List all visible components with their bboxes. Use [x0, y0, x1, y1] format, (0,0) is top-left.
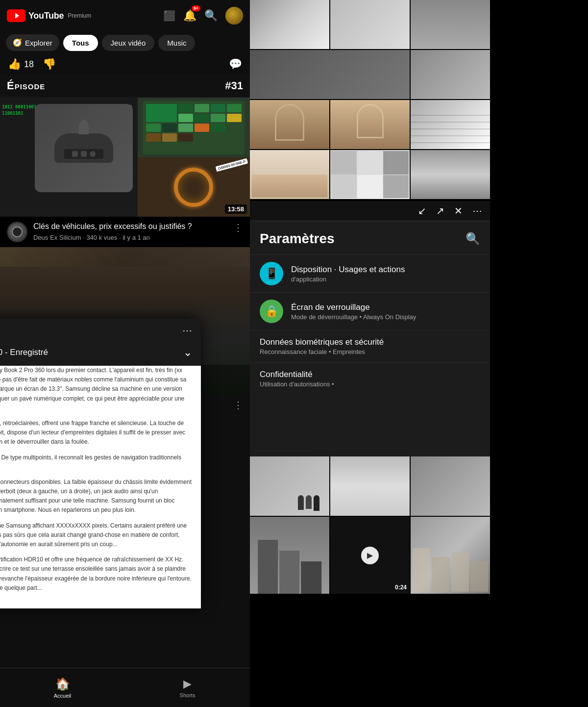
photo-cell-4[interactable]	[250, 50, 410, 99]
video-more-button-2[interactable]: ⋮	[233, 399, 243, 411]
settings-panel: Paramètres 🔍 📱 Disposition · Usages et a…	[250, 221, 490, 456]
photo-bottom-2[interactable]	[330, 456, 410, 516]
photo-cell-arch-2[interactable]	[330, 100, 410, 149]
review-dropdown-icon[interactable]: ⌄	[183, 346, 192, 359]
tab-music-label: Music	[167, 39, 186, 47]
samsung-review-panel: ↙ ↗ ✕ ⋯ Test Samsung Galaxy Book 2 Pro 3…	[0, 319, 201, 608]
photo-cell-stair[interactable]	[411, 100, 490, 149]
privacy-title: Confidentialité	[260, 370, 480, 379]
dislike-button[interactable]: 👎	[43, 58, 56, 71]
review-para-6: L'écran du Galaxy Book 2 Pro 360 bénéfic…	[0, 555, 192, 593]
settings-item-app-usage[interactable]: 📱 Disposition · Usages et actions d'appl…	[250, 254, 490, 292]
tab-music[interactable]: Music	[158, 35, 195, 51]
shorts-label: Shorts	[180, 692, 196, 698]
notification-icon[interactable]: 🔔 9+	[183, 9, 196, 22]
video-title-1: Clés de véhicules, prix excessifs ou jus…	[33, 222, 227, 232]
notification-badge: 9+	[192, 5, 200, 11]
channel-avatar-1[interactable]	[7, 222, 27, 242]
video-meta-1: Clés de véhicules, prix excessifs ou jus…	[33, 222, 227, 241]
lockscreen-icon: 🔒	[260, 300, 283, 323]
home-label: Accueil	[54, 693, 71, 699]
review-window-bar: ↙ ↗ ✕ ⋯	[0, 319, 201, 342]
comment-button[interactable]: 💬	[229, 58, 242, 71]
youtube-logo: YouTube Premium	[7, 9, 163, 22]
photo-bottom-5[interactable]: ▶ 0:24	[330, 517, 410, 594]
photo-cell-1[interactable]	[250, 0, 329, 49]
header-icons: ⬛ 🔔 9+ 🔍	[163, 7, 243, 25]
app-usage-icon: 📱	[260, 262, 283, 285]
tab-explore-label: Explorer	[25, 39, 52, 47]
category-tabs: 🧭 Explorer Tous Jeux vidéo Music	[0, 31, 250, 54]
like-count: 18	[24, 59, 34, 70]
tab-games[interactable]: Jeux vidéo	[102, 35, 155, 51]
photos-grid-bottom: ▶ 0:24	[250, 456, 490, 594]
settings-search-icon[interactable]: 🔍	[466, 232, 480, 246]
cast-icon[interactable]: ⬛	[163, 10, 175, 22]
thumbsdown-icon: 👎	[43, 58, 56, 70]
video-subtitle-1: Deus Ex Silicium · 340 k vues · il y a 1…	[33, 234, 227, 241]
settings-header: Paramètres 🔍	[250, 221, 490, 254]
episode-header: Épisode #31	[0, 75, 250, 97]
tab-all-label: Tous	[72, 39, 89, 47]
tab-all[interactable]: Tous	[63, 35, 98, 51]
privacy-subtitle: Utilisation d'autorisations •	[260, 380, 480, 388]
photo-bottom-3[interactable]	[411, 456, 490, 516]
nav-home[interactable]: 🏠 Accueil	[0, 677, 125, 699]
settings-title: Paramètres	[260, 231, 335, 247]
photo-cell-museum-1[interactable]	[250, 150, 329, 199]
settings-item-lockscreen[interactable]: 🔒 Écran de verrouillage Mode de déverrou…	[250, 292, 490, 330]
more-options-icon[interactable]: ⋯	[472, 205, 482, 217]
episode-number: #31	[225, 79, 243, 92]
biometric-title: Données biométriques et sécurité	[260, 337, 480, 347]
like-button[interactable]: 👍 18	[8, 58, 34, 71]
youtube-logo-icon	[7, 9, 25, 22]
avatar-image	[225, 7, 243, 25]
play-button[interactable]: ▶	[361, 547, 379, 564]
episode-title-text: Épisode	[7, 79, 45, 92]
like-actions: 👍 18 👎	[8, 58, 56, 71]
settings-window-controls: ↙ ↗ ✕ ⋯	[250, 201, 490, 221]
tab-explore[interactable]: 🧭 Explorer	[6, 34, 59, 51]
review-title-bar: Test Samsung Galaxy Book 2 Pro 360 - Enr…	[0, 342, 201, 366]
review-para-4: Les flancs du Galaxy Book 2 Pro 360 hébe…	[0, 478, 192, 515]
chip-inner	[12, 227, 23, 237]
review-para-1: Difficile de ne pas être épaté par l'élé…	[0, 366, 192, 413]
minimize-icon[interactable]: ↙	[418, 205, 426, 217]
youtube-premium-label: Premium	[68, 12, 91, 19]
review-para-2: Le clavier s'avère classique et agréable…	[0, 419, 192, 447]
photo-bottom-6[interactable]	[411, 517, 490, 594]
like-bar: 👍 18 👎 💬	[0, 54, 250, 75]
settings-item-privacy[interactable]: Confidentialité Utilisation d'autorisati…	[250, 362, 490, 395]
photo-bottom-4[interactable]	[250, 517, 329, 594]
review-more-icon[interactable]: ⋯	[182, 325, 192, 336]
photo-cell-3[interactable]	[411, 0, 490, 49]
lockscreen-title: Écran de verrouillage	[291, 303, 480, 312]
photo-cell-museum-3[interactable]	[411, 150, 490, 199]
privacy-text: Confidentialité Utilisation d'autorisati…	[260, 370, 480, 388]
youtube-header: YouTube Premium ⬛ 🔔 9+ 🔍	[0, 0, 250, 31]
close-icon[interactable]: ✕	[454, 205, 463, 217]
user-avatar[interactable]	[225, 7, 243, 25]
nav-shorts[interactable]: ▶ Shorts	[125, 678, 250, 698]
video-thumbnail-1[interactable]: 1011 00011001 11001010 01100110 11001111…	[0, 75, 250, 217]
settings-item-biometric[interactable]: Données biométriques et sécurité Reconna…	[250, 330, 490, 362]
video-info-1: Clés de véhicules, prix excessifs ou jus…	[0, 217, 250, 247]
video-duration: 0:24	[395, 584, 407, 591]
photo-cell-2[interactable]	[330, 0, 410, 49]
photo-cell-arch-1[interactable]	[250, 100, 329, 149]
review-para-5: L'affichage est assuré par une dalle AMO…	[0, 521, 192, 550]
lockscreen-subtitle: Mode de déverrouillage • Always On Displ…	[291, 313, 480, 321]
bottom-navigation: 🏠 Accueil ▶ Shorts	[0, 668, 250, 707]
photo-cell-5[interactable]	[411, 50, 490, 99]
maximize-icon[interactable]: ↗	[436, 205, 444, 217]
app-usage-text: Disposition · Usages et actions d'applic…	[291, 265, 480, 283]
biometric-text: Données biométriques et sécurité Reconna…	[260, 337, 480, 355]
photo-bottom-1[interactable]	[250, 456, 329, 516]
tab-games-label: Jeux vidéo	[111, 39, 146, 47]
search-icon[interactable]: 🔍	[204, 9, 218, 22]
video-card-1: 1011 00011001 11001010 01100110 11001111…	[0, 75, 250, 247]
photo-cell-museum-2[interactable]	[330, 150, 410, 199]
biometric-subtitle: Reconnaissance faciale • Empreintes	[260, 348, 480, 355]
compass-icon: 🧭	[13, 38, 22, 47]
video-more-button-1[interactable]: ⋮	[233, 222, 243, 233]
